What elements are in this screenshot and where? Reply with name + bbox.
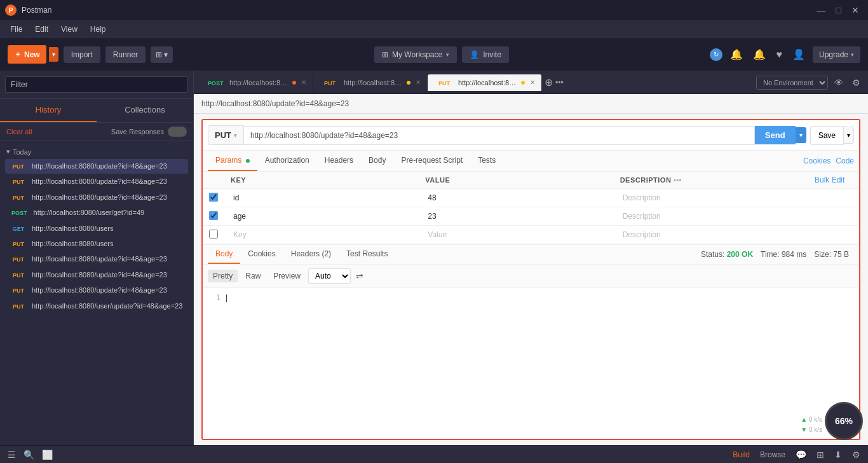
- sidebar-toggle-icon[interactable]: ☰: [8, 450, 16, 460]
- resp-tab-headers[interactable]: Headers (2): [283, 245, 339, 264]
- add-tab-icon[interactable]: ⊕: [545, 76, 553, 88]
- param-checkbox[interactable]: [209, 193, 218, 202]
- import-button[interactable]: Import: [64, 46, 100, 63]
- browse-button[interactable]: Browse: [760, 450, 785, 459]
- bell-button[interactable]: 🔔: [750, 46, 768, 63]
- upgrade-button[interactable]: Upgrade ▾: [813, 46, 860, 63]
- send-arrow-button[interactable]: ▾: [796, 127, 806, 143]
- console-icon[interactable]: ⬜: [42, 450, 53, 460]
- maximize-button[interactable]: □: [832, 4, 845, 17]
- sidebar-item[interactable]: GET http://localhost:8080/users: [5, 221, 188, 236]
- save-button[interactable]: Save: [810, 126, 844, 145]
- format-preview-btn[interactable]: Preview: [268, 270, 306, 282]
- format-icon-btn[interactable]: ⇌: [353, 268, 366, 284]
- req-tab-params[interactable]: Params: [208, 151, 257, 171]
- resp-tab-cookies[interactable]: Cookies: [240, 245, 283, 264]
- menu-help[interactable]: Help: [85, 22, 111, 36]
- format-pretty-btn[interactable]: Pretty: [208, 270, 238, 282]
- send-button[interactable]: Send: [755, 126, 796, 144]
- param-value-input[interactable]: [425, 211, 607, 222]
- param-key-input[interactable]: [231, 229, 412, 240]
- layout-button[interactable]: ⊞ ▾: [151, 46, 173, 63]
- tab-dot: [292, 81, 296, 85]
- resp-body-content: |: [226, 293, 227, 302]
- workspace-button[interactable]: ⊞ My Workspace ▾: [374, 46, 457, 63]
- save-responses-toggle[interactable]: [168, 127, 187, 137]
- clear-all-button[interactable]: Clear all: [6, 128, 32, 135]
- eye-button[interactable]: 👁: [832, 75, 846, 90]
- sidebar-item[interactable]: PUT http://localhost:8080/update?id=48&a…: [5, 159, 188, 174]
- param-desc-input[interactable]: [620, 229, 802, 240]
- settings-bottom-icon[interactable]: ⚙: [852, 450, 860, 460]
- code-link[interactable]: Code: [836, 156, 854, 165]
- menu-file[interactable]: File: [5, 22, 27, 36]
- param-key-input[interactable]: [231, 211, 412, 222]
- cookies-link[interactable]: Cookies: [803, 156, 831, 165]
- method-badge: PUT: [9, 287, 28, 294]
- tab-put-person[interactable]: PUT http://localhost:8080/person/sa ✕: [313, 74, 428, 91]
- layout-icon[interactable]: ⊞: [817, 450, 824, 460]
- settings-button[interactable]: ⚙: [850, 75, 863, 90]
- col-more-icon[interactable]: •••: [674, 176, 682, 184]
- params-tbody: [203, 189, 859, 244]
- param-value-input[interactable]: [425, 229, 607, 240]
- sidebar-item[interactable]: PUT http://localhost:8080/users: [5, 237, 188, 251]
- sidebar-item[interactable]: PUT http://localhost:8080/update?id=48&a…: [5, 252, 188, 266]
- new-button[interactable]: ＋ New: [8, 45, 46, 64]
- menu-edit[interactable]: Edit: [30, 22, 53, 36]
- menu-view[interactable]: View: [56, 22, 83, 36]
- param-desc-input[interactable]: [620, 192, 802, 204]
- sidebar-item[interactable]: PUT http://localhost:8080/user/update?id…: [5, 299, 188, 314]
- sidebar-item[interactable]: PUT http://localhost:8080/update?id=48&a…: [5, 190, 188, 205]
- sidebar-tabs: History Collections: [0, 99, 193, 123]
- heart-button[interactable]: ♥: [773, 46, 785, 63]
- upload-speed: ▲ 0 k/s: [801, 415, 822, 425]
- param-checkbox[interactable]: [209, 211, 218, 220]
- param-key-input[interactable]: [231, 192, 412, 204]
- sync-icon[interactable]: ↻: [710, 48, 722, 61]
- param-value-input[interactable]: [425, 192, 607, 204]
- resp-tab-testresults[interactable]: Test Results: [339, 245, 395, 264]
- param-desc-input[interactable]: [620, 211, 802, 222]
- method-select[interactable]: PUT ▾: [208, 125, 244, 145]
- sidebar-item[interactable]: POST http://localhost:8080/user/get?id=4…: [5, 205, 188, 220]
- download-icon[interactable]: ⬇: [834, 450, 842, 460]
- sidebar-item[interactable]: PUT http://localhost:8080/update?id=48&a…: [5, 268, 188, 282]
- runner-button[interactable]: Runner: [105, 46, 146, 63]
- search-input[interactable]: [5, 76, 188, 93]
- build-button[interactable]: Build: [733, 450, 750, 459]
- sidebar-item[interactable]: PUT http://localhost:8080/update?id=48&a…: [5, 283, 188, 298]
- format-type-select[interactable]: Auto JSON XML HTML Text: [308, 268, 351, 284]
- new-button-arrow[interactable]: ▾: [49, 47, 58, 62]
- profile-button[interactable]: 👤: [790, 46, 808, 63]
- tab-history[interactable]: History: [0, 99, 97, 122]
- req-tab-body[interactable]: Body: [361, 151, 393, 171]
- tab-close-icon[interactable]: ✕: [301, 79, 306, 86]
- titlebar-controls: — □ ✕: [813, 4, 863, 17]
- chat-icon[interactable]: 💬: [796, 450, 806, 460]
- search-bottom-icon[interactable]: 🔍: [24, 450, 34, 460]
- tab-collections[interactable]: Collections: [97, 99, 193, 122]
- tab-close-icon[interactable]: ✕: [416, 79, 421, 86]
- notifications-button[interactable]: 🔔: [728, 46, 745, 63]
- param-checkbox[interactable]: [209, 230, 218, 238]
- req-tab-headers[interactable]: Headers: [317, 151, 361, 171]
- more-tabs-icon[interactable]: •••: [555, 78, 564, 87]
- tab-close-icon[interactable]: ✕: [530, 79, 535, 86]
- req-tab-authorization[interactable]: Authorization: [257, 151, 317, 171]
- minimize-button[interactable]: —: [813, 4, 830, 17]
- save-arrow-button[interactable]: ▾: [844, 127, 854, 144]
- resp-tab-body[interactable]: Body: [208, 245, 240, 264]
- sidebar-item[interactable]: PUT http://localhost:8080/update?id=48&a…: [5, 174, 188, 189]
- req-tab-tests[interactable]: Tests: [470, 151, 503, 171]
- url-input[interactable]: [244, 126, 755, 145]
- bulk-edit-button[interactable]: Bulk Edit: [815, 176, 844, 184]
- format-raw-btn[interactable]: Raw: [240, 270, 266, 282]
- method-badge: PUT: [9, 303, 28, 310]
- tab-post-person[interactable]: POST http://localhost:8080/person/sa ✕: [199, 74, 313, 91]
- invite-button[interactable]: 👤 Invite: [462, 46, 509, 63]
- close-button[interactable]: ✕: [848, 4, 863, 17]
- req-tab-prerequest[interactable]: Pre-request Script: [393, 151, 470, 171]
- tab-put-update[interactable]: PUT http://localhost:8080/update?id=... …: [428, 74, 542, 91]
- environment-select[interactable]: No Environment: [756, 76, 828, 90]
